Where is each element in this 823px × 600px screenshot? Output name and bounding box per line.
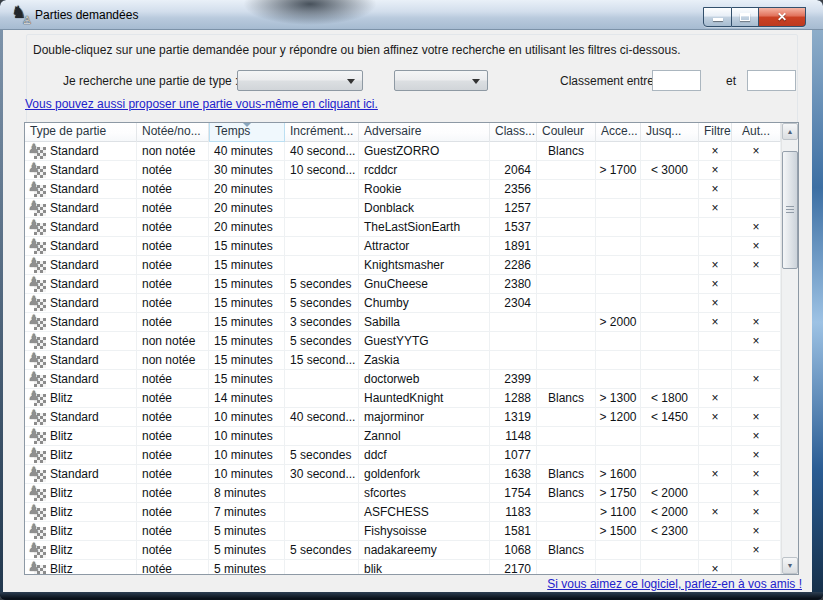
seek-list-table: Type de partie Notée/no... Temps Incréme…	[24, 122, 799, 575]
scrollbar-thumb[interactable]	[782, 151, 798, 269]
vertical-scrollbar[interactable]: ▲ ▼	[781, 123, 798, 574]
cell-game-type: ♟ Standard	[25, 142, 137, 160]
table-row[interactable]: ♟ Standard non notée 15 minutes 15 secon…	[25, 351, 781, 370]
cell-rating: 1257	[490, 199, 537, 217]
scroll-down-button[interactable]: ▼	[782, 557, 798, 574]
share-with-friends-link[interactable]: Si vous aimez ce logiciel, parlez-en à v…	[547, 577, 802, 591]
rating-min-input[interactable]	[652, 70, 701, 91]
cell-increment: 5 secondes	[285, 275, 359, 293]
cell-opponent: HauntedKnight	[359, 389, 490, 407]
cell-filter: ×	[699, 142, 732, 160]
cell-game-type: ♟ Standard	[25, 275, 137, 293]
cell-accepts-above	[596, 275, 641, 293]
cell-up-to	[641, 446, 699, 464]
column-header-rating[interactable]: Class...	[490, 123, 537, 142]
table-row[interactable]: ♟ Standard notée 15 minutes 5 secondes G…	[25, 275, 781, 294]
cell-accepts-above	[596, 180, 641, 198]
column-header-color[interactable]: Couleur	[537, 123, 596, 142]
cell-color	[537, 237, 596, 255]
cell-color: Blancs	[537, 541, 596, 559]
cell-rated: notée	[137, 522, 209, 540]
table-row[interactable]: ♟ Blitz notée 5 minutes 5 secondes nadak…	[25, 541, 781, 560]
chess-pawn-icon: ♟	[30, 505, 46, 520]
cell-opponent: Fishysoisse	[359, 522, 490, 540]
chess-pawn-icon: ♟	[30, 429, 46, 444]
minimize-button[interactable]	[703, 7, 732, 27]
chess-pawn-icon: ♟	[30, 486, 46, 501]
column-header-increment[interactable]: Incrément...	[285, 123, 359, 142]
game-type-dropdown[interactable]	[237, 70, 363, 91]
table-row[interactable]: ♟ Blitz notée 8 minutes sfcortes 1754 Bl…	[25, 484, 781, 503]
table-row[interactable]: ♟ Standard notée 15 minutes 5 secondes C…	[25, 294, 781, 313]
cell-rated: notée	[137, 370, 209, 388]
cell-color	[537, 446, 596, 464]
table-row[interactable]: ♟ Standard non notée 15 minutes 5 second…	[25, 332, 781, 351]
column-header-opponent[interactable]: Adversaire	[359, 123, 490, 142]
cell-time: 20 minutes	[209, 218, 285, 236]
chess-pawn-icon: ♟	[30, 353, 46, 368]
column-header-rated[interactable]: Notée/no...	[137, 123, 209, 142]
table-row[interactable]: ♟ Blitz notée 14 minutes HauntedKnight 1…	[25, 389, 781, 408]
column-header-time[interactable]: Temps	[209, 123, 285, 142]
cell-time: 10 minutes	[209, 427, 285, 445]
close-button[interactable]: ✕	[759, 7, 806, 27]
cell-filter	[699, 446, 732, 464]
table-row[interactable]: ♟ Standard notée 15 minutes doctorweb 23…	[25, 370, 781, 389]
cell-color	[537, 503, 596, 521]
chess-pawn-icon: ♟	[30, 524, 46, 539]
cell-game-type: ♟ Standard	[25, 180, 137, 198]
cell-rating: 1537	[490, 218, 537, 236]
rating-max-input[interactable]	[747, 70, 796, 91]
table-row[interactable]: ♟ Standard notée 10 minutes 40 second...…	[25, 408, 781, 427]
column-header-auto[interactable]: Aut...	[732, 123, 781, 142]
cell-color	[537, 161, 596, 179]
table-row[interactable]: ♟ Blitz notée 10 minutes 5 secondes ddcf…	[25, 446, 781, 465]
table-row[interactable]: ♟ Standard notée 10 minutes 30 second...…	[25, 465, 781, 484]
cell-increment: 40 second...	[285, 408, 359, 426]
cell-opponent: GnuCheese	[359, 275, 490, 293]
table-row[interactable]: ♟ Blitz notée 5 minutes Fishysoisse 1581…	[25, 522, 781, 541]
game-subtype-dropdown[interactable]	[394, 70, 488, 91]
cell-opponent: nadakareemy	[359, 541, 490, 559]
table-row[interactable]: ♟ Blitz notée 7 minutes ASFCHESS 1183 > …	[25, 503, 781, 522]
table-row[interactable]: ♟ Standard non notée 40 minutes 40 secon…	[25, 142, 781, 161]
cell-rated: notée	[137, 199, 209, 217]
cell-increment	[285, 503, 359, 521]
cell-up-to	[641, 275, 699, 293]
scroll-up-button[interactable]: ▲	[782, 123, 798, 140]
cell-increment	[285, 199, 359, 217]
window-controls: ✕	[703, 7, 806, 27]
table-row[interactable]: ♟ Blitz notée 10 minutes Zannol 1148 ×	[25, 427, 781, 446]
column-header-accepts-above[interactable]: Acce...	[596, 123, 641, 142]
table-row[interactable]: ♟ Standard notée 15 minutes Knightsmashe…	[25, 256, 781, 275]
close-icon: ✕	[759, 10, 805, 24]
cell-filter: ×	[699, 313, 732, 331]
instruction-text: Double-cliquez sur une partie demandée p…	[33, 43, 680, 57]
maximize-button[interactable]	[732, 7, 759, 27]
cell-time: 5 minutes	[209, 560, 285, 574]
table-row[interactable]: ♟ Standard notée 30 minutes 10 second...…	[25, 161, 781, 180]
cell-time: 10 minutes	[209, 446, 285, 464]
cell-auto: ×	[732, 541, 781, 559]
cell-game-type: ♟ Blitz	[25, 503, 137, 521]
column-header-filter[interactable]: Filtre	[699, 123, 732, 142]
table-row[interactable]: ♟ Standard notée 20 minutes Rookie 2356 …	[25, 180, 781, 199]
cell-rated: non notée	[137, 351, 209, 369]
table-row[interactable]: ♟ Blitz notée 5 minutes blik 2170 ×	[25, 560, 781, 574]
propose-game-link[interactable]: Vous pouvez aussi proposer une partie vo…	[25, 97, 378, 111]
table-row[interactable]: ♟ Standard notée 15 minutes 3 secondes S…	[25, 313, 781, 332]
column-header-up-to[interactable]: Jusq...	[641, 123, 699, 142]
cell-increment: 5 secondes	[285, 446, 359, 464]
cell-filter: ×	[699, 199, 732, 217]
cell-auto: ×	[732, 427, 781, 445]
cell-rated: notée	[137, 408, 209, 426]
table-row[interactable]: ♟ Standard notée 20 minutes Donblack 125…	[25, 199, 781, 218]
cell-rated: notée	[137, 541, 209, 559]
column-header-type[interactable]: Type de partie	[25, 123, 137, 142]
cell-game-type: ♟ Standard	[25, 237, 137, 255]
cell-color	[537, 370, 596, 388]
cell-increment	[285, 180, 359, 198]
table-row[interactable]: ♟ Standard notée 20 minutes TheLastSionE…	[25, 218, 781, 237]
cell-increment	[285, 427, 359, 445]
table-row[interactable]: ♟ Standard notée 15 minutes Attractor 18…	[25, 237, 781, 256]
